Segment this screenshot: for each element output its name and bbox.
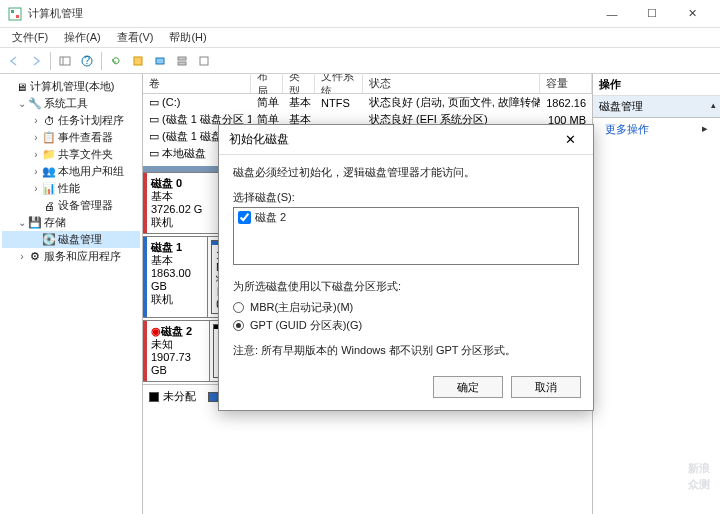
users-icon: 👥 [42,165,56,179]
close-button[interactable]: ✕ [672,0,712,28]
minimize-button[interactable]: — [592,0,632,28]
window-title: 计算机管理 [28,6,592,21]
nav-tree: 🖥 计算机管理(本地) ⌄🔧 系统工具 ›⏱任务计划程序 ›📋事件查看器 ›📁共… [0,74,143,514]
dialog-close-button[interactable]: ✕ [557,132,583,147]
initialize-disk-dialog: 初始化磁盘 ✕ 磁盘必须经过初始化，逻辑磁盘管理器才能访问。 选择磁盘(S): … [218,124,594,411]
col-status[interactable]: 状态 [363,74,540,93]
disk-select-list[interactable]: 磁盘 2 [233,207,579,265]
tree-item-task-scheduler[interactable]: ›⏱任务计划程序 [2,112,140,129]
actions-section[interactable]: 磁盘管理▴ [593,96,720,118]
actions-more[interactable]: 更多操作▸ [593,118,720,141]
perf-icon: 📊 [42,182,56,196]
dialog-note: 注意: 所有早期版本的 Windows 都不识别 GPT 分区形式。 [233,343,579,358]
tree-item-shared-folders[interactable]: ›📁共享文件夹 [2,146,140,163]
menu-action[interactable]: 操作(A) [56,30,109,45]
folder-icon: 📁 [42,148,56,162]
toolbar: ? [0,48,720,74]
storage-icon: 💾 [28,216,42,230]
volume-row[interactable]: ▭ (C:)简单基本NTFS状态良好 (启动, 页面文件, 故障转储, 基本数据… [143,94,592,111]
menu-view[interactable]: 查看(V) [109,30,162,45]
tree-root[interactable]: 🖥 计算机管理(本地) [2,78,140,95]
disk-icon: 💽 [42,233,56,247]
device-icon: 🖨 [42,199,56,213]
tree-item-device-mgr[interactable]: 🖨设备管理器 [2,197,140,214]
tool-help-icon[interactable]: ? [77,51,97,71]
maximize-button[interactable]: ☐ [632,0,672,28]
menu-file[interactable]: 文件(F) [4,30,56,45]
tool-refresh-icon[interactable] [106,51,126,71]
col-capacity[interactable]: 容量 [540,74,592,93]
watermark: 新浪众测 [688,460,710,492]
computer-icon: 🖥 [14,80,28,94]
tree-system-tools[interactable]: ⌄🔧 系统工具 [2,95,140,112]
menu-help[interactable]: 帮助(H) [161,30,214,45]
col-type[interactable]: 类型 [283,74,315,93]
wrench-icon: 🔧 [28,97,42,111]
dialog-titlebar: 初始化磁盘 ✕ [219,125,593,155]
svg-rect-1 [11,10,14,13]
legend-unallocated: 未分配 [149,389,196,404]
disk-select-item[interactable]: 磁盘 2 [234,208,578,227]
select-disk-label: 选择磁盘(S): [233,190,579,205]
svg-rect-0 [9,8,21,20]
dialog-title: 初始化磁盘 [229,131,557,148]
volume-list-header: 卷 布局 类型 文件系统 状态 容量 [143,74,592,94]
menu-bar: 文件(F) 操作(A) 查看(V) 帮助(H) [0,28,720,48]
col-fs[interactable]: 文件系统 [315,74,363,93]
tree-item-local-users[interactable]: ›👥本地用户和组 [2,163,140,180]
svg-rect-11 [200,57,208,65]
tree-disk-management[interactable]: 💽磁盘管理 [2,231,140,248]
actions-header: 操作 [593,74,720,96]
col-layout[interactable]: 布局 [251,74,283,93]
tree-services[interactable]: ›⚙ 服务和应用程序 [2,248,140,265]
radio-mbr[interactable]: MBR(主启动记录)(M) [233,300,579,315]
col-volume[interactable]: 卷 [143,74,251,93]
window-titlebar: 计算机管理 — ☐ ✕ [0,0,720,28]
partition-style-label: 为所选磁盘使用以下磁盘分区形式: [233,279,579,294]
event-icon: 📋 [42,131,56,145]
collapse-icon[interactable]: ▴ [711,100,716,110]
svg-rect-9 [178,57,186,60]
tool-action3-icon[interactable] [172,51,192,71]
clock-icon: ⏱ [42,114,56,128]
radio-icon[interactable] [233,320,244,331]
cancel-button[interactable]: 取消 [511,376,581,398]
ok-button[interactable]: 确定 [433,376,503,398]
svg-rect-2 [16,15,19,18]
svg-rect-10 [178,62,186,65]
svg-text:?: ? [84,55,90,66]
tool-properties-icon[interactable] [194,51,214,71]
dialog-message: 磁盘必须经过初始化，逻辑磁盘管理器才能访问。 [233,165,579,180]
services-icon: ⚙ [28,250,42,264]
radio-gpt[interactable]: GPT (GUID 分区表)(G) [233,318,579,333]
disk-checkbox[interactable] [238,211,251,224]
radio-icon[interactable] [233,302,244,313]
back-icon[interactable] [4,51,24,71]
tree-item-event-viewer[interactable]: ›📋事件查看器 [2,129,140,146]
svg-rect-8 [156,58,164,64]
actions-panel: 操作 磁盘管理▴ 更多操作▸ [593,74,720,514]
svg-rect-3 [60,57,70,65]
app-icon [8,7,22,21]
tree-item-performance[interactable]: ›📊性能 [2,180,140,197]
forward-icon[interactable] [26,51,46,71]
tool-action1-icon[interactable] [128,51,148,71]
tree-storage[interactable]: ⌄💾 存储 [2,214,140,231]
tool-show-hide-icon[interactable] [55,51,75,71]
svg-rect-7 [134,57,142,65]
tool-action2-icon[interactable] [150,51,170,71]
